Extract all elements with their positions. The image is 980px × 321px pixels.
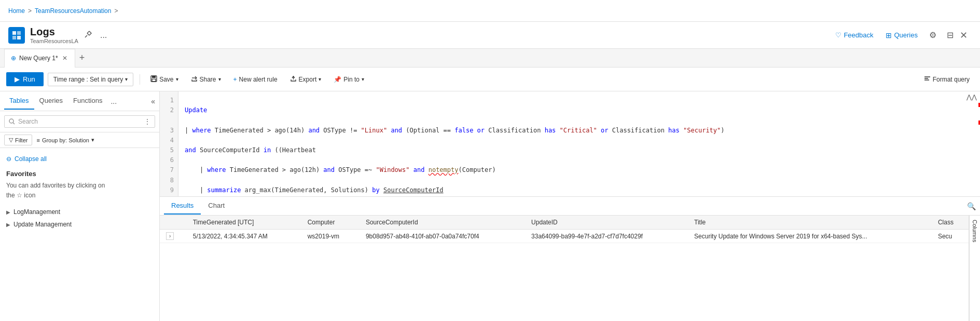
sidebar-more-button[interactable]: ... [107,95,120,108]
share-icon [191,75,198,84]
columns-button[interactable]: Columns [969,216,980,321]
feedback-label: Feedback [844,31,873,39]
col-header-update-id[interactable]: UpdateID [525,216,688,230]
sidebar-filter-row: ▽ Filter ≡ Group by: Solution ▾ [0,132,159,148]
save-caret: ▾ [176,76,178,82]
breadcrumb: Home > TeamResourcesAutomation > [8,7,118,15]
pin-to-caret: ▾ [362,76,364,82]
tab-label: New Query 1* [19,55,58,62]
save-button[interactable]: Save ▾ [146,73,182,86]
collapse-all-icon: ⊖ [6,155,11,163]
pin-icon[interactable] [82,30,94,41]
col-header-expander [160,216,187,230]
sidebar-item-log-management[interactable]: ▶ LogManagement [0,206,159,218]
results-tab-chart[interactable]: Chart [201,197,232,215]
run-icon: ▶ [15,75,20,83]
app-subtitle: TeamResourcesLA [30,38,78,44]
cell-computer: ws2019-vm [301,230,360,243]
toolbar-divider-1 [140,74,140,85]
row-expander-cell: › [160,230,187,243]
queries-label: Queries [894,31,918,39]
svg-rect-3 [17,36,21,39]
list-icon: ≡ [36,137,39,143]
pin-to-icon: 📌 [334,76,341,83]
collapse-code-button[interactable]: ⋀⋀ [967,93,977,101]
results-table: TimeGenerated [UTC] Computer SourceCompu… [160,216,969,321]
new-alert-label: New alert rule [239,76,278,83]
export-caret: ▾ [319,76,321,82]
col-header-source-computer-id[interactable]: SourceComputerId [360,216,525,230]
line-numbers: 1 2 3 4 5 6 7 8 9 10 11 [160,91,178,196]
sidebar-tabs: Tables Queries Functions ... « [0,91,159,111]
col-header-computer[interactable]: Computer [301,216,360,230]
time-range-label: Time range : Set in query [53,76,123,83]
sidebar-collapse-button[interactable]: « [151,97,155,105]
collapse-all-button[interactable]: ⊖ Collapse all [0,152,53,166]
svg-rect-0 [12,31,16,35]
sidebar-item-label: Update Management [13,221,72,228]
sidebar-tab-functions[interactable]: Functions [68,92,107,110]
table-row: › 5/13/2022, 4:34:45.347 AM ws2019-vm 9b… [160,230,969,243]
results-search-button[interactable]: 🔍 [967,202,976,210]
svg-rect-6 [152,79,156,82]
results-tab-results[interactable]: Results [164,197,201,215]
cell-class: Secu [932,230,969,243]
more-icon[interactable]: ... [98,30,109,41]
filter-button[interactable]: ▽ Filter [4,135,32,145]
groupby-label: Group by: Solution [42,137,89,143]
share-button[interactable]: Share ▾ [187,73,225,86]
svg-point-7 [9,119,13,123]
cell-title: Security Update for Windows Server 2019 … [688,230,932,243]
col-header-time-generated[interactable]: TimeGenerated [UTC] [187,216,301,230]
save-label: Save [159,76,173,83]
format-icon [924,75,931,84]
feedback-button[interactable]: ♡ Feedback [832,29,876,41]
search-menu-button[interactable]: ⋮ [144,118,150,125]
cell-source-computer-id: 9b08d957-ab48-410f-ab07-0a0a74fc70f4 [360,230,525,243]
cell-update-id: 33a64099-ba99-4e7f-a2d7-cf7d7fc4029f [525,230,688,243]
save-icon [150,75,157,84]
add-tab-button[interactable]: + [75,52,89,63]
code-area[interactable]: Update | where TimeGenerated > ago(14h) … [178,91,980,196]
tab-icon: ⊕ [11,55,16,62]
run-button[interactable]: ▶ Run [6,72,44,86]
tab-new-query-1[interactable]: ⊕ New Query 1* ✕ [4,49,75,68]
code-editor[interactable]: 1 2 3 4 5 6 7 8 9 10 11 Update | where T… [160,91,980,196]
new-alert-rule-button[interactable]: + New alert rule [229,74,282,85]
filter-icon: ▽ [9,137,13,143]
sidebar-tab-tables[interactable]: Tables [4,92,34,110]
arrow-icon: ▶ [6,209,10,215]
groupby-button[interactable]: ≡ Group by: Solution ▾ [36,137,94,143]
export-button[interactable]: Export ▾ [286,73,326,86]
tab-close-button[interactable]: ✕ [61,55,68,62]
sidebar-content: ⊖ Collapse all Favorites You can add fav… [0,148,159,321]
col-header-title[interactable]: Title [688,216,932,230]
layout-icon[interactable]: ⊟ [945,29,956,41]
sidebar-tab-queries[interactable]: Queries [34,92,68,110]
run-label: Run [23,75,35,83]
new-alert-icon: + [233,76,237,83]
favorites-section-header: Favorites [0,166,159,180]
app-icon [8,27,25,44]
breadcrumb-sep1: > [28,7,32,15]
row-expander-button[interactable]: › [166,232,174,240]
breadcrumb-home[interactable]: Home [8,7,25,15]
results-tabs: Results Chart 🔍 [160,197,980,216]
sidebar-item-update-management[interactable]: ▶ Update Management [0,218,159,231]
breadcrumb-sep2: > [114,7,118,15]
svg-rect-2 [12,36,16,39]
editor-area: 1 2 3 4 5 6 7 8 9 10 11 Update | where T… [160,91,980,321]
query-toolbar: ▶ Run Time range : Set in query ▾ Save ▾ [0,68,980,91]
export-icon [290,75,297,84]
col-header-class[interactable]: Class [932,216,969,230]
queries-button[interactable]: ⊞ Queries [882,29,921,42]
breadcrumb-middle[interactable]: TeamResourcesAutomation [35,7,111,15]
svg-rect-5 [152,76,156,78]
pin-to-button[interactable]: 📌 Pin to ▾ [329,74,368,85]
format-query-button[interactable]: Format query [920,73,974,86]
title-actions: ... [82,30,109,41]
time-range-button[interactable]: Time range : Set in query ▾ [48,73,133,86]
settings-icon[interactable]: ⚙ [927,29,938,41]
close-window-button[interactable]: ✕ [956,28,972,43]
search-input[interactable] [18,118,141,125]
